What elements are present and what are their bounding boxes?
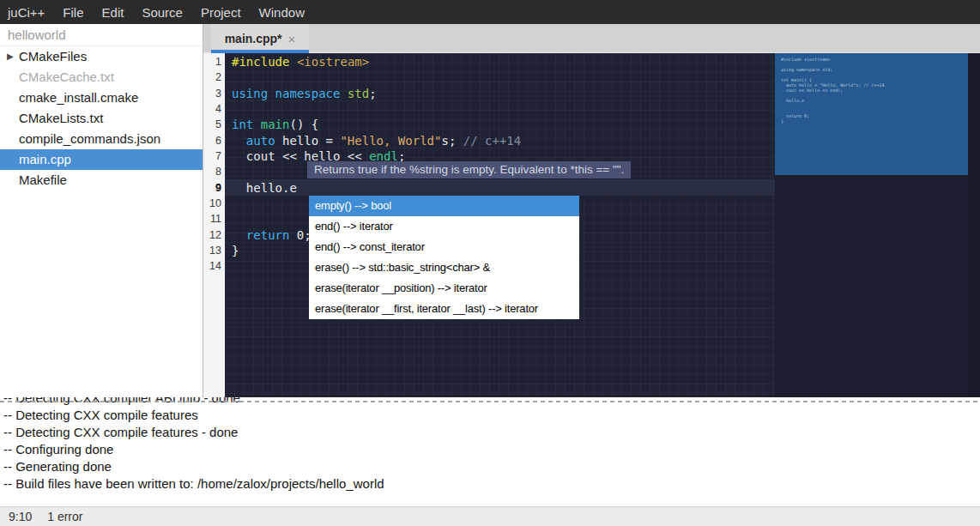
expander-icon[interactable]: ▶ (7, 46, 14, 67)
sidebar-item-cmakecache[interactable]: CMakeCache.txt (0, 67, 203, 88)
autocomplete-item-erase[interactable]: erase() --> std::basic_string<char> & (309, 257, 579, 278)
sidebar-item-main-cpp[interactable]: main.cpp (0, 149, 203, 170)
code-editor[interactable]: #include <iostream> using namespace std;… (225, 53, 775, 397)
menu-bar: juCi++ File Edit Source Project Window (0, 0, 980, 24)
autocomplete-item-erase-position[interactable]: erase(iterator __position) --> iterator (309, 278, 579, 299)
sidebar-item-label: CMakeFiles (19, 49, 87, 63)
sidebar-item-label: main.cpp (19, 152, 71, 166)
build-output-panel: -- Detecting CXX compiler ABI info - don… (0, 397, 980, 506)
line-number-gutter: 1 2 3 4 5 6 7 8 9 10 11 12 13 14 (203, 53, 225, 397)
sidebar-item-cmakelists[interactable]: CMakeLists.txt (0, 108, 203, 129)
autocomplete-item-empty[interactable]: empty() --> bool (309, 196, 579, 216)
minimap[interactable]: #include <iostream> using namespace std;… (775, 53, 980, 397)
menu-file[interactable]: File (63, 5, 83, 20)
sidebar-item-cmakefiles[interactable]: ▶ CMakeFiles (0, 46, 203, 67)
current-code-line: hello.e (225, 180, 775, 196)
doc-tooltip: Returns true if the %string is empty. Eq… (307, 161, 631, 178)
pane-splitter-handle[interactable] (0, 401, 980, 402)
current-line-number: 9 (203, 180, 225, 196)
file-tree-sidebar: helloworld ▶ CMakeFiles CMakeCache.txt c… (0, 24, 203, 397)
menu-edit[interactable]: Edit (102, 5, 124, 20)
autocomplete-item-erase-range[interactable]: erase(iterator __first, iterator __last)… (309, 299, 579, 319)
sidebar-item-compile-commands[interactable]: compile_commands.json (0, 129, 203, 149)
sidebar-item-label: CMakeCache.txt (19, 70, 114, 84)
close-icon[interactable]: × (288, 32, 296, 46)
tab-main-cpp[interactable]: main.cpp* × (211, 24, 309, 53)
sidebar-item-label: CMakeLists.txt (19, 111, 103, 125)
menu-window[interactable]: Window (259, 5, 305, 20)
menu-source[interactable]: Source (142, 5, 183, 20)
error-count: 1 error (47, 510, 82, 523)
sidebar-item-label: Makefile (19, 172, 67, 187)
sidebar-item-makefile[interactable]: Makefile (0, 170, 203, 190)
minimap-viewport[interactable]: #include <iostream> using namespace std;… (775, 53, 968, 175)
menu-app[interactable]: juCi++ (8, 5, 45, 20)
cursor-position: 9:10 (9, 510, 32, 523)
autocomplete-item-end-const[interactable]: end() --> const_iterator (309, 237, 579, 257)
autocomplete-popup: empty() --> bool end() --> iterator end(… (309, 196, 579, 319)
minimap-code: #include <iostream> using namespace std;… (781, 57, 884, 124)
tab-bar: main.cpp* × (203, 24, 980, 53)
sidebar-item-cmake-install[interactable]: cmake_install.cmake (0, 88, 203, 108)
minimap-scrollbar-track[interactable] (968, 53, 980, 397)
project-title: helloworld (0, 24, 203, 46)
sidebar-item-label: cmake_install.cmake (19, 90, 138, 105)
tab-label: main.cpp* (225, 32, 282, 45)
sidebar-item-label: compile_commands.json (19, 131, 160, 146)
output-lines: -- Detecting CXX compiler ABI info - don… (0, 397, 980, 493)
status-bar: 9:10 1 error (0, 506, 980, 526)
menu-project[interactable]: Project (201, 5, 241, 20)
autocomplete-item-end[interactable]: end() --> iterator (309, 216, 579, 237)
editor-pane: 1 2 3 4 5 6 7 8 9 10 11 12 13 14 #includ… (203, 53, 980, 397)
